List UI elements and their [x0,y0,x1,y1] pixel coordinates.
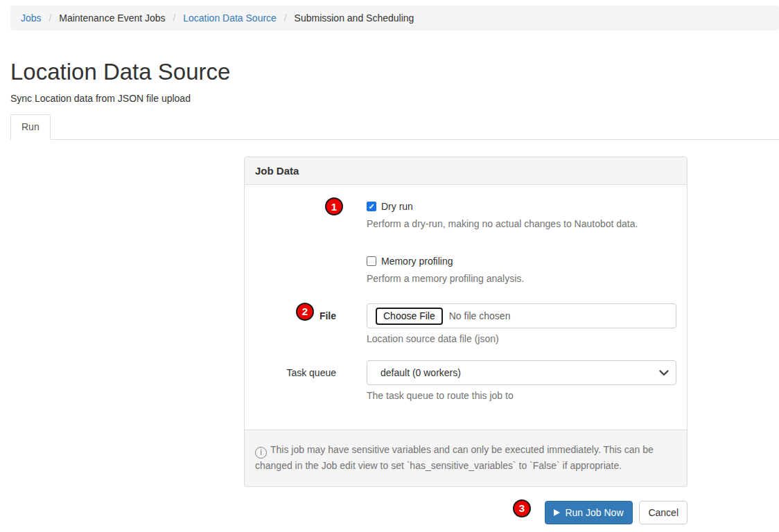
cancel-button[interactable]: Cancel [639,501,688,524]
file-help: Location source data file (json) [367,332,676,346]
memory-profiling-group: Memory profiling Perform a memory profil… [255,254,676,285]
memory-profiling-help: Perform a memory profiling analysis. [367,272,676,285]
memory-profiling-label: Memory profiling [381,254,453,268]
breadcrumb-item-maintenance-event-jobs: Maintenance Event Jobs [59,12,165,24]
file-label: File [320,310,336,321]
run-job-now-button[interactable]: Run Job Now [545,501,632,524]
page-title: Location Data Source [10,59,769,85]
tab-bar: Run [10,114,779,140]
tab-run[interactable]: Run [10,114,51,140]
breadcrumb: Jobs / Maintenance Event Jobs / Location… [10,6,779,30]
panel-title: Job Data [245,157,687,185]
task-queue-label: Task queue [286,367,336,378]
file-status-text: No file chosen [449,310,511,321]
task-queue-select[interactable]: default (0 workers) [367,360,676,385]
panel-body: 1 Dry run Perform a dry-run, making no a… [245,185,687,429]
choose-file-button[interactable]: Choose File [376,308,443,325]
file-group: 2 File Choose File No file chosen Locati… [255,303,676,346]
annotation-marker-3: 3 [513,499,531,517]
dry-run-checkbox-row[interactable]: Dry run [367,200,676,213]
task-queue-help: The task queue to route this job to [367,389,676,402]
memory-profiling-checkbox[interactable] [367,256,376,266]
page: Jobs / Maintenance Event Jobs / Location… [0,6,779,524]
play-icon [554,509,560,516]
task-queue-group: Task queue default (0 workers) The task … [255,360,676,402]
breadcrumb-item-submission-and-scheduling: Submission and Scheduling [295,12,414,24]
breadcrumb-link-location-data-source[interactable]: Location Data Source [183,12,277,24]
breadcrumb-separator: / [44,12,56,24]
breadcrumb-separator: / [168,12,180,24]
form-actions: 3 Run Job Now Cancel [244,501,688,524]
job-data-panel: Job Data 1 Dry run Perform a dry-run, ma… [244,157,688,487]
dry-run-help: Perform a dry-run, making no actual chan… [367,217,676,231]
breadcrumb-link-jobs[interactable]: Jobs [21,12,42,24]
dry-run-label: Dry run [381,200,413,213]
info-icon [255,447,267,459]
file-input[interactable]: Choose File No file chosen [367,303,676,328]
job-run-form: Job Data 1 Dry run Perform a dry-run, ma… [244,157,688,524]
annotation-marker-1: 1 [325,197,343,215]
dry-run-group: 1 Dry run Perform a dry-run, making no a… [255,200,676,231]
breadcrumb-separator: / [279,12,292,24]
page-subtitle: Sync Location data from JSON file upload [10,91,769,105]
annotation-marker-2: 2 [296,303,314,321]
sensitive-variables-note: This job may have sensitive variables an… [245,429,687,486]
sensitive-variables-text: This job may have sensitive variables an… [255,444,654,471]
dry-run-checkbox[interactable] [367,202,376,211]
memory-profiling-checkbox-row[interactable]: Memory profiling [367,254,676,268]
